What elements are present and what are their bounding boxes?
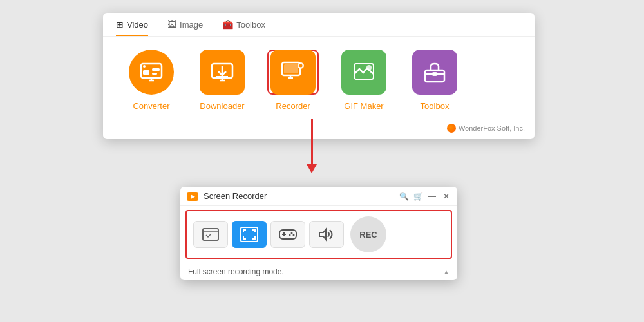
tools-grid: Converter Downloader [103, 37, 535, 120]
tool-downloader[interactable]: Downloader [190, 50, 254, 111]
main-window: ⊞ Video 🖼 Image 🧰 Toolbox [103, 13, 535, 139]
status-text: Full screen recording mode. [188, 267, 284, 276]
tool-converter[interactable]: Converter [119, 50, 184, 111]
svg-point-29 [291, 232, 293, 234]
minimize-button[interactable]: — [428, 192, 437, 201]
tool-gif[interactable]: GIF Maker [332, 50, 396, 111]
downloader-icon [200, 50, 245, 95]
recorder-icon [270, 50, 316, 95]
rec-button[interactable]: REC [350, 216, 386, 252]
downloader-label: Downloader [200, 101, 244, 111]
svg-point-31 [289, 234, 291, 236]
svg-point-1 [143, 65, 146, 68]
gif-icon [341, 50, 386, 95]
audio-mode-button[interactable] [309, 221, 344, 248]
arrow-head [307, 164, 317, 173]
brand-footer: WonderFox Soft, Inc. [103, 120, 535, 139]
svg-rect-3 [152, 68, 160, 71]
recorder-titlebar: ▶ Screen Recorder 🔍 🛒 — ✕ [180, 187, 457, 206]
fullscreen-mode-button[interactable] [232, 221, 267, 248]
svg-rect-13 [284, 64, 298, 73]
arrow-indicator [307, 119, 317, 173]
tab-video-label: Video [127, 20, 148, 30]
toolbox-label: Toolbox [421, 101, 450, 111]
svg-rect-2 [143, 70, 149, 75]
arrow-line [311, 119, 313, 164]
tool-toolbox[interactable]: Toolbox [402, 50, 467, 111]
converter-label: Converter [133, 101, 169, 111]
recorder-app-icon: ▶ [187, 192, 198, 201]
nav-tabs: ⊞ Video 🖼 Image 🧰 Toolbox [103, 13, 535, 37]
video-tab-icon: ⊞ [116, 19, 124, 30]
svg-rect-22 [432, 72, 437, 76]
tab-image-label: Image [180, 20, 203, 30]
svg-point-15 [299, 64, 303, 68]
recorder-icon-wrap [267, 50, 319, 95]
converter-icon-wrap [126, 50, 177, 95]
toolbox-icon-wrap [409, 50, 460, 95]
svg-point-30 [293, 234, 295, 236]
cart-button[interactable]: 🛒 [413, 192, 422, 201]
svg-point-19 [366, 65, 372, 70]
toolbox-tab-icon: 🧰 [222, 19, 233, 30]
recorder-title: Screen Recorder [204, 191, 394, 201]
tab-image[interactable]: 🖼 Image [167, 19, 203, 36]
converter-icon [129, 50, 174, 95]
gif-label: GIF Maker [344, 101, 383, 111]
brand-text: WonderFox Soft, Inc. [459, 124, 525, 132]
gif-icon-wrap [338, 50, 390, 95]
tab-toolbox[interactable]: 🧰 Toolbox [222, 19, 265, 36]
brand-logo-icon [447, 124, 456, 133]
search-button[interactable]: 🔍 [399, 192, 408, 201]
tab-toolbox-label: Toolbox [236, 20, 265, 30]
svg-rect-4 [152, 73, 157, 75]
image-tab-icon: 🖼 [167, 19, 176, 30]
status-bar: Full screen recording mode. ▲ [180, 263, 457, 280]
tab-video[interactable]: ⊞ Video [116, 19, 148, 36]
toolbox-icon [412, 50, 457, 95]
titlebar-controls: 🔍 🛒 — ✕ [399, 192, 451, 201]
recorder-window: ▶ Screen Recorder 🔍 🛒 — ✕ [180, 187, 457, 280]
window-mode-button[interactable] [193, 221, 228, 248]
game-mode-button[interactable] [270, 221, 305, 248]
downloader-icon-wrap [196, 50, 248, 95]
close-button[interactable]: ✕ [442, 192, 451, 201]
tool-recorder[interactable]: Recorder [261, 50, 325, 111]
scroll-indicator: ▲ [443, 269, 450, 276]
recorder-label: Recorder [276, 101, 310, 111]
recorder-toolbar: REC [185, 210, 452, 259]
rec-label: REC [359, 230, 377, 240]
